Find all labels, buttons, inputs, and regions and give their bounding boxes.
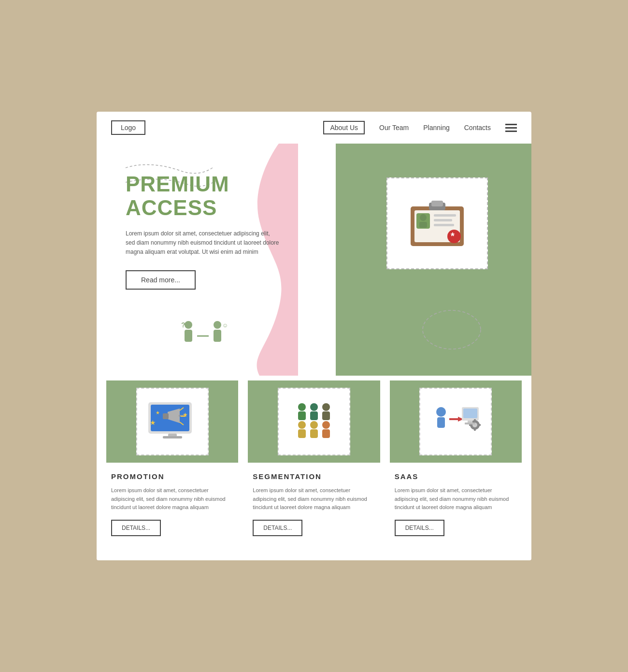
card-promotion-body: PROMOTION Lorem ipsum dolor sit amet, co… <box>106 463 238 541</box>
svg-rect-32 <box>310 411 318 420</box>
svg-point-19 <box>423 310 481 349</box>
svg-rect-48 <box>474 419 476 422</box>
card-segmentation: SEGMENTATION Lorem ipsum dolor sit amet,… <box>248 380 380 541</box>
card-saas-title: SAAS <box>395 472 517 481</box>
svg-rect-34 <box>298 429 306 438</box>
card-segmentation-image-inner <box>278 388 350 455</box>
hero-content: PREMIUM ACCESS Lorem ipsum dolor sit ame… <box>126 173 280 290</box>
card-segmentation-body: SEGMENTATION Lorem ipsum dolor sit amet,… <box>248 463 380 541</box>
logo: Logo <box>111 120 145 135</box>
nav-planning[interactable]: Planning <box>423 124 450 131</box>
svg-text:?: ? <box>181 321 186 329</box>
svg-text:☺: ☺ <box>222 322 228 329</box>
svg-rect-40 <box>322 429 330 438</box>
svg-rect-49 <box>474 428 476 431</box>
nav: About Us Our Team Planning Contacts <box>323 121 491 134</box>
hero-section: PREMIUM ACCESS Lorem ipsum dolor sit ame… <box>97 144 531 376</box>
card-promotion-title: PROMOTION <box>111 472 233 481</box>
card-saas-desc: Lorem ipsum dolor sit amet, consectetuer… <box>395 486 517 512</box>
svg-rect-5 <box>214 330 221 342</box>
svg-point-0 <box>185 321 192 329</box>
svg-point-41 <box>436 407 446 417</box>
card-segmentation-image-area <box>248 380 380 463</box>
page-wrapper: Logo About Us Our Team Planning Contacts <box>97 112 531 560</box>
card-saas-details-btn[interactable]: DETAILS... <box>395 520 444 536</box>
deco-oval <box>420 308 483 351</box>
svg-text:★: ★ <box>183 411 188 418</box>
card-segmentation-title: SEGMENTATION <box>253 472 375 481</box>
card-saas: SAAS Lorem ipsum dolor sit amet, consect… <box>390 380 522 541</box>
card-promotion-image-area: ★ ★ ★ <box>106 380 238 463</box>
svg-text:★: ★ <box>150 419 156 426</box>
card-promotion: ★ ★ ★ <box>106 380 238 541</box>
svg-rect-16 <box>434 224 454 226</box>
card-saas-image-inner <box>419 388 492 455</box>
svg-rect-51 <box>478 424 481 426</box>
svg-rect-53 <box>465 423 475 424</box>
nav-contacts[interactable]: Contacts <box>464 124 491 131</box>
cards-grid: ★ ★ ★ <box>106 376 522 541</box>
svg-rect-14 <box>434 214 456 217</box>
svg-rect-1 <box>185 330 192 342</box>
hero-description: Lorem ipsum dolor sit amet, consectetuer… <box>126 229 280 257</box>
svg-point-29 <box>298 403 306 411</box>
svg-rect-30 <box>298 411 306 420</box>
card-promotion-image-inner: ★ ★ ★ <box>136 388 209 455</box>
svg-rect-38 <box>322 411 330 420</box>
svg-rect-42 <box>437 417 445 428</box>
card-saas-image-area <box>390 380 522 463</box>
hero-title: PREMIUM ACCESS <box>126 173 280 219</box>
card-segmentation-details-btn[interactable]: DETAILS... <box>253 520 302 536</box>
svg-point-4 <box>214 321 221 329</box>
svg-rect-36 <box>310 429 318 438</box>
svg-point-35 <box>310 421 318 429</box>
id-card-dashed-border: * <box>386 177 488 269</box>
hamburger-menu[interactable] <box>505 124 517 132</box>
cards-section: ★ ★ ★ <box>97 376 531 560</box>
read-more-button[interactable]: Read more... <box>126 270 196 290</box>
svg-rect-9 <box>431 201 443 206</box>
svg-point-31 <box>310 403 318 411</box>
svg-text:★: ★ <box>156 410 160 415</box>
svg-rect-26 <box>163 413 169 419</box>
svg-point-37 <box>322 403 330 411</box>
svg-point-33 <box>298 421 306 429</box>
header: Logo About Us Our Team Planning Contacts <box>97 112 531 144</box>
people-illustration: ? ☺ <box>174 318 232 361</box>
svg-text:*: * <box>451 231 455 241</box>
svg-point-12 <box>420 214 427 221</box>
card-saas-body: SAAS Lorem ipsum dolor sit amet, consect… <box>390 463 522 541</box>
svg-rect-45 <box>463 409 477 418</box>
card-promotion-details-btn[interactable]: DETAILS... <box>111 520 161 536</box>
card-segmentation-desc: Lorem ipsum dolor sit amet, consectetuer… <box>253 486 375 512</box>
svg-rect-13 <box>419 222 427 228</box>
svg-rect-28 <box>163 436 182 438</box>
id-card-container: * <box>386 177 493 274</box>
svg-rect-15 <box>434 219 452 221</box>
nav-about[interactable]: About Us <box>323 121 365 134</box>
nav-team[interactable]: Our Team <box>379 124 409 131</box>
card-promotion-desc: Lorem ipsum dolor sit amet, consectetuer… <box>111 486 233 512</box>
svg-point-39 <box>322 421 330 429</box>
